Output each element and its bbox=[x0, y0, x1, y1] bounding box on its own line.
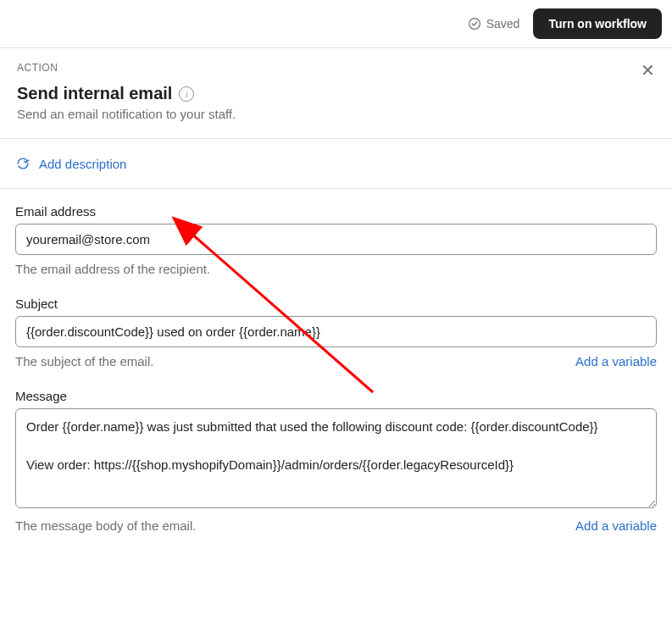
edit-icon bbox=[15, 156, 31, 171]
email-footer: The email address of the recipient. bbox=[15, 262, 657, 276]
turn-on-workflow-button[interactable]: Turn on workflow bbox=[533, 8, 662, 39]
panel-header: ACTION Send internal email i Send an ema… bbox=[17, 62, 657, 121]
message-footer: The message body of the email. Add a var… bbox=[15, 518, 657, 533]
email-label: Email address bbox=[15, 204, 657, 219]
subject-hint: The subject of the email. bbox=[15, 354, 153, 368]
action-panel: ACTION Send internal email i Send an ema… bbox=[0, 48, 672, 138]
subject-add-variable-button[interactable]: Add a variable bbox=[575, 354, 657, 368]
page-title: Send internal email bbox=[17, 84, 172, 103]
email-field-group: Email address The email address of the r… bbox=[15, 204, 657, 276]
subject-input[interactable] bbox=[15, 316, 657, 347]
saved-status: Saved bbox=[468, 17, 520, 30]
email-input[interactable] bbox=[15, 224, 657, 255]
top-bar: Saved Turn on workflow bbox=[0, 0, 672, 47]
description-section: Add description bbox=[0, 138, 672, 188]
title-row: Send internal email i bbox=[17, 84, 236, 103]
subject-label: Subject bbox=[15, 296, 657, 311]
fields-section: Email address The email address of the r… bbox=[0, 188, 672, 548]
saved-label: Saved bbox=[486, 17, 520, 30]
message-label: Message bbox=[15, 389, 657, 403]
close-button[interactable]: ✕ bbox=[639, 62, 657, 79]
message-hint: The message body of the email. bbox=[15, 518, 196, 533]
message-add-variable-button[interactable]: Add a variable bbox=[575, 518, 657, 533]
email-hint: The email address of the recipient. bbox=[15, 262, 210, 276]
add-description-button[interactable]: Add description bbox=[15, 154, 657, 173]
action-label: ACTION bbox=[17, 62, 236, 74]
add-description-label: Add description bbox=[39, 157, 126, 171]
svg-point-0 bbox=[469, 19, 480, 30]
check-circle-icon bbox=[468, 17, 481, 30]
subject-footer: The subject of the email. Add a variable bbox=[15, 354, 657, 368]
subject-field-group: Subject The subject of the email. Add a … bbox=[15, 296, 657, 368]
page-subtitle: Send an email notification to your staff… bbox=[17, 107, 236, 121]
message-input[interactable] bbox=[15, 408, 657, 508]
message-field-group: Message The message body of the email. A… bbox=[15, 389, 657, 533]
info-icon[interactable]: i bbox=[179, 86, 194, 102]
